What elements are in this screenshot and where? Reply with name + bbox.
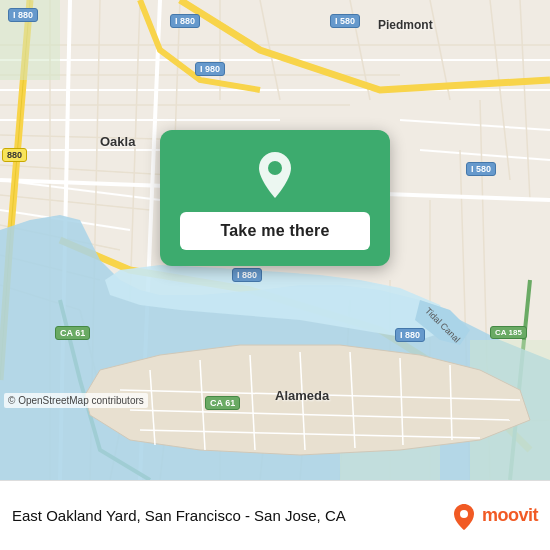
bottom-bar: East Oakland Yard, San Francisco - San J…: [0, 480, 550, 550]
city-label-piedmont: Piedmont: [378, 18, 433, 32]
road-label-ca185: CA 185: [490, 326, 527, 339]
map-container: I 880 I 880 I 580 I 980 880 I 580 I 880 …: [0, 0, 550, 480]
svg-point-59: [460, 510, 468, 518]
location-pin-icon: [248, 148, 302, 202]
city-label-alameda: Alameda: [275, 388, 329, 403]
road-label-i580-top: I 580: [330, 14, 360, 28]
location-name: East Oakland Yard, San Francisco - San J…: [12, 507, 450, 524]
osm-attribution: © OpenStreetMap contributors: [4, 393, 148, 408]
moovit-logo: moovit: [450, 502, 538, 530]
road-label-i880-bottom: I 880: [232, 268, 262, 282]
road-label-i580-right: I 580: [466, 162, 496, 176]
location-card: Take me there: [160, 130, 390, 266]
svg-point-58: [268, 161, 282, 175]
road-label-i880-top: I 880: [170, 14, 200, 28]
road-label-ca61-bottom: CA 61: [205, 396, 240, 410]
city-label-oakland: Oakla: [100, 134, 135, 149]
road-label-i880-topleft: I 880: [8, 8, 38, 22]
road-label-ca61-left: CA 61: [55, 326, 90, 340]
road-label-i980: I 980: [195, 62, 225, 76]
road-label-i880-right: I 880: [395, 328, 425, 342]
take-me-there-button[interactable]: Take me there: [180, 212, 370, 250]
road-label-880: 880: [2, 148, 27, 162]
moovit-text: moovit: [482, 505, 538, 526]
moovit-pin-icon: [450, 502, 478, 530]
